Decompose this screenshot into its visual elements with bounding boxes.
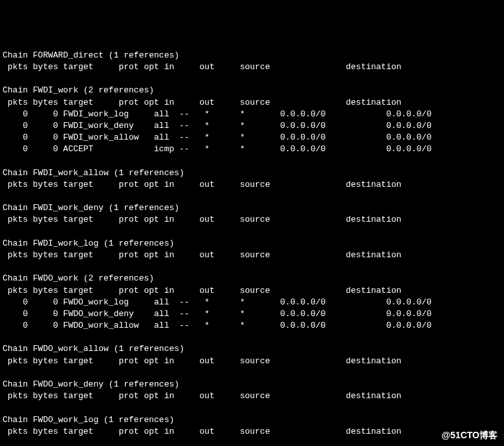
terminal-output: Chain FORWARD_direct (1 references) pkts… [3,50,501,446]
watermark: @51CTO博客 [441,429,498,442]
